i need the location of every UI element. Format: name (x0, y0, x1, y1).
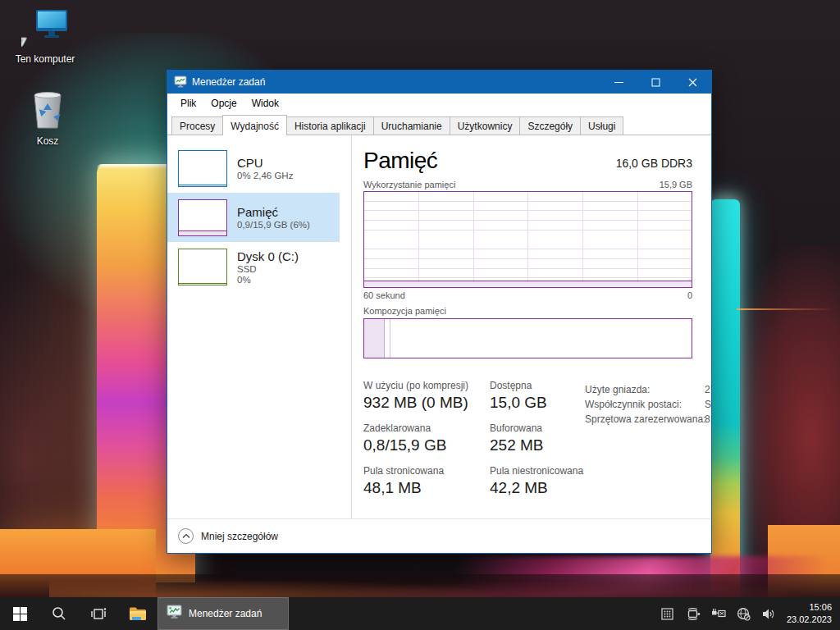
stat-paged-pool: Pula stronicowana 48,1 MB (363, 465, 477, 497)
memory-text: Pamięć 0,9/15,9 GB (6%) (237, 205, 310, 230)
tab-strip: Procesy Wydajność Historia aplikacji Uru… (167, 113, 711, 135)
sidebar-item-disk[interactable]: Dysk 0 (C:) SSD 0% (167, 242, 340, 291)
cpu-text: CPU 0% 2,46 GHz (237, 156, 293, 180)
stat-in-use: W użyciu (po kompresji) 932 MB (0 MB) (363, 380, 477, 412)
performance-content: CPU 0% 2,46 GHz Pamięć 0,9/15,9 GB (6%) … (167, 135, 711, 518)
sidebar-item-memory[interactable]: Pamięć 0,9/15,9 GB (6%) (167, 193, 340, 242)
composition-modified-segment (385, 319, 390, 358)
task-manager-window: Menedżer zadań Plik Opcje Widok Procesy … (167, 70, 712, 554)
memory-title: Pamięć (237, 205, 310, 219)
display-sync-icon[interactable] (684, 608, 702, 620)
stat-form-factor: Współczynnik postaci: S (585, 399, 711, 413)
system-tray (659, 597, 783, 630)
memory-hardware-stats: Użyte gniazda: 2 Współczynnik postaci: S… (585, 384, 711, 428)
wallpaper-shelf-line (737, 308, 833, 310)
axis-left-label: 60 sekund (363, 290, 405, 300)
memory-total-capacity: 16,0 GB DDR3 (616, 157, 692, 172)
menu-bar: Plik Opcje Widok (167, 94, 711, 113)
this-pc-label: Ten komputer (8, 53, 82, 65)
tab-historia-aplikacji[interactable]: Historia aplikacji (286, 116, 374, 135)
usage-graph-title: Wykorzystanie pamięci (363, 180, 455, 189)
memory-header: Pamięć 16,0 GB DDR3 (363, 149, 692, 172)
tab-uslugi[interactable]: Usługi (580, 116, 623, 135)
menu-widok[interactable]: Widok (244, 95, 286, 112)
file-explorer-icon[interactable] (118, 597, 158, 630)
taskbar-task-manager-button[interactable]: Menedżer zadań (158, 597, 289, 630)
memory-mini-graph (178, 199, 227, 236)
disk-mini-graph (178, 249, 227, 285)
start-button[interactable] (0, 597, 39, 630)
memory-detail-pane: Pamięć 16,0 GB DDR3 Wykorzystanie pamięc… (352, 135, 711, 518)
clock-date: 23.02.2023 (787, 614, 832, 626)
search-icon[interactable] (39, 597, 79, 630)
disk-title: Dysk 0 (C:) (237, 249, 299, 263)
memory-stats-grid: W użyciu (po kompresji) 932 MB (0 MB) Do… (363, 380, 609, 497)
stat-slots-used: Użyte gniazda: 2 (585, 384, 711, 399)
stat-committed: Zadeklarowana 0,8/15,9 GB (363, 422, 477, 454)
tab-wydajnosc[interactable]: Wydajność (222, 115, 287, 135)
disk-text: Dysk 0 (C:) SSD 0% (237, 249, 299, 285)
cpu-mini-graph (178, 150, 227, 187)
close-button[interactable] (674, 71, 711, 94)
tab-uruchamianie[interactable]: Uruchamianie (373, 116, 450, 135)
taskbar-task-label: Menedżer zadań (189, 608, 262, 619)
stat-nonpaged-pool: Pula niestronicowana 42,2 MB (490, 465, 609, 497)
cpu-stats: 0% 2,46 GHz (237, 171, 293, 180)
composition-label: Kompozycja pamięci (363, 306, 711, 316)
this-pc-icon (21, 40, 69, 52)
desktop: Ten komputer Kosz (0, 0, 840, 630)
desktop-icon-recycle-bin[interactable]: Kosz (11, 89, 84, 147)
chevron-up-icon[interactable] (178, 528, 194, 544)
clock-time: 15:06 (787, 601, 832, 614)
titlebar[interactable]: Menedżer zadań (167, 71, 711, 94)
task-view-icon[interactable] (79, 597, 118, 630)
axis-right-label: 0 (687, 290, 692, 300)
volume-icon[interactable] (760, 608, 778, 620)
hidden-icons-grid-icon[interactable] (659, 608, 677, 620)
maximize-button[interactable] (637, 71, 674, 94)
minimize-button[interactable] (600, 71, 637, 94)
memory-usage-graph[interactable] (363, 191, 692, 288)
taskbar-clock[interactable]: 15:06 23.02.2023 (783, 597, 840, 630)
globe-no-internet-icon[interactable] (735, 607, 753, 621)
usage-graph-max: 15,9 GB (660, 180, 692, 189)
window-footer: Mniej szczegółów (167, 518, 711, 553)
recycle-bin-label: Kosz (11, 135, 84, 147)
memory-stats: 0,9/15,9 GB (6%) (237, 220, 310, 230)
menu-plik[interactable]: Plik (173, 95, 203, 112)
memory-composition-bar[interactable] (363, 318, 692, 358)
performance-sidebar: CPU 0% 2,46 GHz Pamięć 0,9/15,9 GB (6%) … (167, 135, 352, 518)
desktop-icon-this-pc[interactable]: Ten komputer (8, 8, 82, 65)
tab-szczegoly[interactable]: Szczegóły (519, 116, 581, 135)
tab-procesy[interactable]: Procesy (171, 116, 223, 135)
disk-usage: 0% (237, 275, 299, 285)
network-unplugged-icon[interactable] (710, 608, 728, 620)
task-manager-app-icon (174, 75, 187, 89)
tab-uzytkownicy[interactable]: Użytkownicy (450, 116, 521, 135)
taskbar: Menedżer zadań (0, 597, 840, 630)
menu-opcje[interactable]: Opcje (203, 95, 244, 112)
composition-inuse-segment (364, 319, 385, 358)
cpu-title: CPU (237, 156, 293, 170)
taskbar-empty-area[interactable] (289, 597, 659, 630)
memory-usage-fill (364, 281, 692, 287)
usage-graph-axis: 60 sekund 0 (363, 290, 692, 300)
memory-pane-title: Pamięć (363, 149, 437, 172)
usage-graph-labels: Wykorzystanie pamięci 15,9 GB (363, 180, 692, 189)
task-manager-taskbar-icon (167, 605, 182, 623)
recycle-bin-icon (28, 122, 67, 134)
fewer-details-button[interactable]: Mniej szczegółów (201, 531, 278, 542)
stat-hardware-reserved: Sprzętowa zarezerwowana: 8 (585, 413, 711, 428)
sidebar-item-cpu[interactable]: CPU 0% 2,46 GHz (167, 144, 340, 193)
disk-type: SSD (237, 264, 299, 274)
window-title: Menedżer zadań (192, 76, 265, 88)
